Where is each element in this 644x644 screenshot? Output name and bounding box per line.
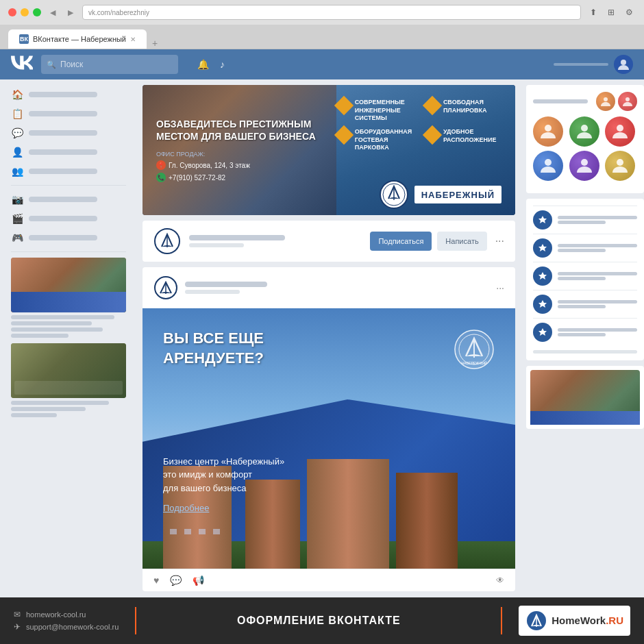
music-icon[interactable]: ♪ [220,59,225,70]
sidebar-divider-1 [11,185,126,186]
right-menu-icon-3 [533,267,552,286]
search-icon: 🔍 [47,60,56,69]
sidebar-item-messages[interactable]: 💬 [0,123,137,143]
website-icon: ✉ [14,610,21,619]
right-menu-item-1[interactable] [533,206,637,234]
forward-button[interactable]: ▶ [64,6,77,18]
footer-contact-info: ✉ homework-cool.ru ✈ support@homework-co… [14,610,119,632]
avatar-4[interactable] [533,151,563,181]
profile-info [189,235,362,247]
traffic-lights [8,8,41,16]
banner-features: СОВРЕМЕННЫЕ ИНЖЕНЕРНЫЕ СИСТЕМЫ СВОБОДНАЯ… [337,99,508,152]
sidebar-games-label [29,235,97,240]
sidebar-item-video[interactable]: 🎬 [0,209,137,228]
vk-right-sidebar [521,79,644,644]
close-button[interactable] [8,8,16,16]
vk-center-feed: ОБЗАВЕДИТЕСЬ ПРЕСТИЖНЫММЕСТОМ ДЛЯ ВАШЕГО… [137,79,521,644]
tab-title: ВКонтакте — Набережный [33,35,126,43]
sidebar-video-label [29,216,97,221]
like-button[interactable]: ♥ [153,575,159,586]
vk-logo[interactable] [11,55,33,74]
right-menu-lines-2 [558,243,637,253]
right-menu-lines-4 [558,299,637,310]
more-options-button[interactable]: ··· [495,235,504,247]
right-menu-item-4[interactable] [533,290,637,318]
active-tab[interactable]: ВК ВКонтакте — Набережный ✕ [8,29,147,49]
message-button[interactable]: Написать [437,232,486,251]
new-tab-icon[interactable]: + [152,38,158,49]
sidebar-item-groups[interactable]: 👥 [0,162,137,181]
comment-icon: 💬 [170,575,182,586]
new-tab-button[interactable]: ⊞ [604,5,618,19]
maximize-button[interactable] [33,8,41,16]
profile-name [189,235,285,240]
tab-close-button[interactable]: ✕ [130,36,136,43]
avatar-3[interactable] [605,116,635,147]
avatar-5[interactable] [569,151,599,181]
views-count: 👁 [496,575,504,585]
sidebar-image-1[interactable] [11,258,126,312]
post-link[interactable]: Подробнее [163,503,209,513]
sidebar-news-2 [11,343,126,417]
footer-divider-2 [501,607,502,634]
notifications-icon[interactable]: 🔔 [197,59,209,70]
settings-button[interactable]: ⚙ [622,5,636,19]
avatar-1[interactable] [533,116,563,147]
home-icon: 🏠 [11,89,23,100]
friends-card [526,85,644,193]
right-menu-item-3[interactable] [533,262,637,290]
minimize-button[interactable] [21,8,29,16]
views-icon: 👁 [496,575,504,585]
footer-logo: HomeWork.RU [519,606,630,636]
svg-text:НАБЕРЕЖНЫЙ: НАБЕРЕЖНЫЙ [461,360,487,365]
back-button[interactable]: ◀ [47,6,59,18]
right-building-image [530,370,640,425]
svg-point-12 [604,97,608,101]
right-image-card [526,366,644,429]
avatar-2[interactable] [569,116,599,147]
svg-point-18 [581,159,588,166]
footer-divider [135,607,136,634]
messages-icon: 💬 [11,127,23,138]
footer-center-text: ОФОРМЛЕНИЕ ВКОНТАКТЕ [237,615,401,627]
vk-header-right [554,55,633,74]
footer-homework-text: HomeWork [552,615,606,626]
subscribe-button[interactable]: Подписаться [370,232,432,251]
post-ad-image: ВЫ ВСЕ ЕЩЕАРЕНДУЕТЕ? НАБЕРЕЖНЫЙ [143,308,515,569]
footer-support: support@homework-cool.ru [26,623,119,631]
share-button[interactable]: ⬆ [586,5,600,19]
right-menu-item-5[interactable] [533,318,637,346]
sidebar-item-photos[interactable]: 📷 [0,190,137,209]
games-icon: 🎮 [11,232,23,243]
footer-logo-icon [525,610,547,632]
share-button[interactable]: 📢 [193,575,204,586]
right-menu-card [526,199,644,360]
banner-emblem [379,179,409,210]
feature-1-text: СОВРЕМЕННЫЕ ИНЖЕНЕРНЫЕ СИСТЕМЫ [355,99,420,123]
banner-logo: НАБЕРЕЖНЫЙ [379,179,501,210]
banner-office-info: ОФИС ПРОДАЖ: 📍 Гл. Суворова, 124, 3 этаж… [156,151,324,182]
groups-icon: 👥 [11,166,23,177]
post-footer: ♥ 💬 📢 👁 [143,569,515,591]
sidebar-item-home[interactable]: 🏠 [0,85,137,104]
sidebar-item-games[interactable]: 🎮 [0,228,137,247]
post-ad-content: ВЫ ВСЕ ЕЩЕАРЕНДУЕТЕ? НАБЕРЕЖНЫЙ [143,308,515,569]
user-avatar-header[interactable] [614,55,633,74]
sidebar-item-news[interactable]: 📋 [0,104,137,123]
footer-center-area: ОФОРМЛЕНИЕ ВКОНТАКТЕ [153,615,484,627]
sidebar-divider-2 [11,251,126,252]
svg-point-16 [617,125,623,132]
comment-button[interactable]: 💬 [170,575,182,586]
vk-search-box[interactable]: 🔍 Поиск [41,55,178,74]
address-bar[interactable]: vk.com/naberezhniy [82,5,581,20]
sidebar-image-2[interactable] [11,343,126,398]
sidebar-groups-label [29,169,97,174]
vk-left-sidebar: 🏠 📋 💬 👤 👥 [0,79,137,644]
avatar-6[interactable] [605,151,635,181]
vk-page: 🔍 Поиск 🔔 ♪ 🏠 [0,49,644,644]
location-icon: 📍 [156,160,166,170]
sidebar-item-friends[interactable]: 👤 [0,143,137,162]
right-menu-item-2[interactable] [533,234,637,262]
post-more-button[interactable]: ··· [496,282,504,293]
like-icon: ♥ [153,575,159,586]
